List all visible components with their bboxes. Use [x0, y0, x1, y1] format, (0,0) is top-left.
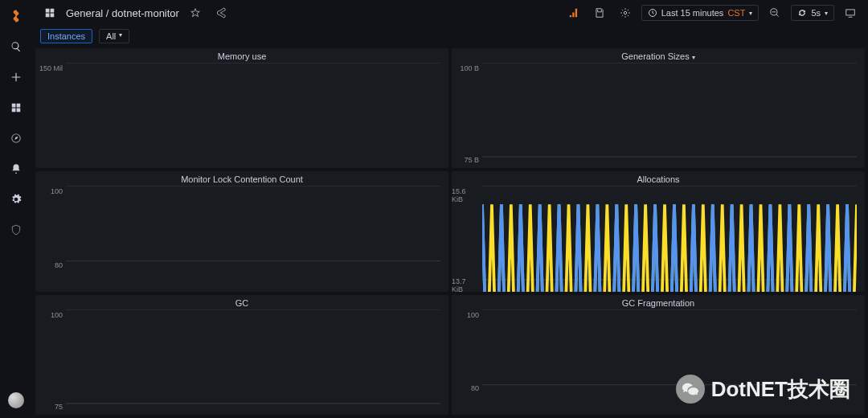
tv-icon[interactable]: [841, 3, 860, 23]
svg-point-1: [624, 11, 627, 14]
svg-rect-4: [846, 10, 855, 15]
panel-lock: Monitor Lock Contention Count 1008060402…: [35, 171, 448, 291]
shield-icon[interactable]: [6, 220, 26, 240]
panel-title[interactable]: Generation Sizes ▾: [452, 48, 865, 63]
y-axis: 1007550250: [35, 309, 66, 415]
panel-title[interactable]: Memory use: [35, 48, 448, 63]
template-variables: Instances All▾: [32, 26, 868, 48]
panel-title[interactable]: GC: [35, 295, 448, 309]
explore-icon[interactable]: [6, 129, 26, 148]
panel-gc: GC 1007550250 23:0523:1023:15 Gen 0 (dot…: [35, 295, 448, 415]
dashboards-icon[interactable]: [40, 3, 59, 23]
panel-frag: GC Fragmentation 100806040200 23:0523:10…: [452, 295, 865, 415]
time-range-picker[interactable]: Last 15 minutesCST▾: [641, 5, 760, 21]
settings-icon[interactable]: [616, 3, 635, 23]
bell-icon[interactable]: [6, 159, 26, 178]
topbar: General / dotnet-monitor Last 15 minutes…: [32, 0, 868, 26]
panel-title[interactable]: Allocations: [452, 171, 865, 186]
sidebar: [0, 0, 32, 418]
y-axis: 100806040200: [35, 186, 66, 291]
share-icon[interactable]: [211, 3, 231, 23]
grafana-logo[interactable]: [6, 6, 26, 26]
y-axis: 150 Mil100 Mil50 Mil: [35, 63, 66, 168]
add-panel-icon[interactable]: [564, 3, 583, 23]
var-instances[interactable]: Instances: [40, 29, 92, 43]
y-axis: 100806040200: [452, 309, 482, 415]
star-icon[interactable]: [186, 3, 205, 23]
plot-area[interactable]: [66, 63, 440, 168]
plot-area[interactable]: [66, 186, 440, 291]
plus-icon[interactable]: [6, 68, 26, 87]
panel-title[interactable]: GC Fragmentation: [452, 295, 865, 309]
zoom-out-icon[interactable]: [765, 3, 784, 23]
panel-title[interactable]: Monitor Lock Contention Count: [35, 171, 448, 186]
panel-gensizes: Generation Sizes ▾ 100 B75 B50 B25 B0 B …: [452, 48, 865, 168]
plot-area[interactable]: [66, 309, 440, 415]
plot-area[interactable]: [482, 63, 857, 168]
avatar[interactable]: [8, 392, 24, 408]
gear-icon[interactable]: [6, 190, 26, 209]
refresh-picker[interactable]: 5s▾: [791, 5, 834, 21]
search-icon[interactable]: [6, 37, 26, 56]
plot-area[interactable]: [482, 309, 857, 415]
panel-alloc: Allocations 15.6 KiB13.7 KiB11.7 KiB9.77…: [452, 171, 865, 291]
y-axis: 15.6 KiB13.7 KiB11.7 KiB9.77 KiB7.81 KiB: [452, 186, 482, 291]
panel-memory: Memory use 150 Mil100 Mil50 Mil 23:0423:…: [35, 48, 448, 168]
var-all[interactable]: All▾: [99, 29, 129, 43]
plot-area[interactable]: [482, 186, 857, 291]
y-axis: 100 B75 B50 B25 B0 B: [452, 63, 482, 168]
save-icon[interactable]: [590, 3, 609, 23]
breadcrumb[interactable]: General / dotnet-monitor: [66, 7, 179, 19]
dashboards-icon[interactable]: [6, 98, 26, 117]
